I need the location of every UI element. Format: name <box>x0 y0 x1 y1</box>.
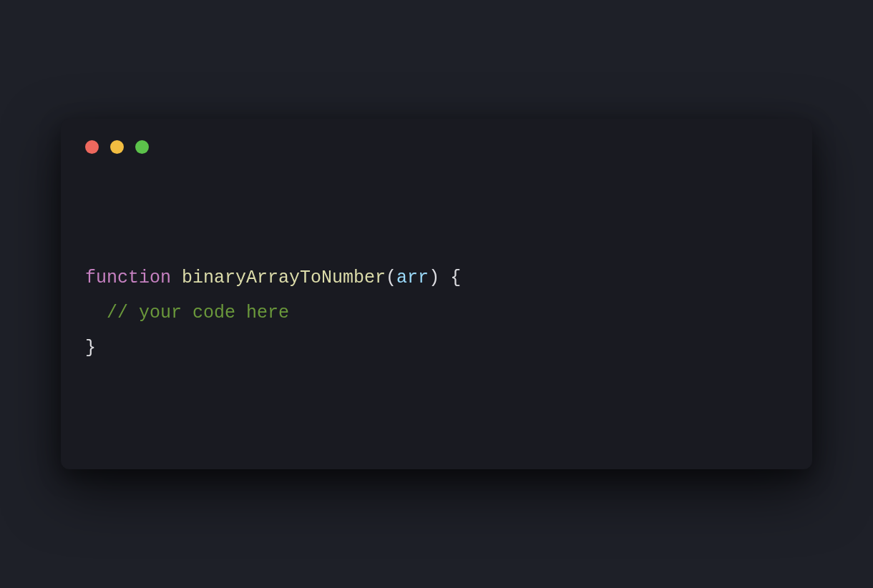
open-brace: { <box>450 268 461 288</box>
space <box>171 268 182 288</box>
open-paren: ( <box>386 268 396 288</box>
function-name: binaryArrayToNumber <box>182 268 386 288</box>
close-paren: ) <box>429 268 439 288</box>
comment: // your code here <box>107 303 289 323</box>
space <box>439 268 450 288</box>
maximize-icon[interactable] <box>135 140 149 154</box>
code-block[interactable]: function binaryArrayToNumber(arr) { // y… <box>85 261 788 366</box>
code-editor-window: function binaryArrayToNumber(arr) { // y… <box>61 119 812 469</box>
minimize-icon[interactable] <box>110 140 124 154</box>
close-brace: } <box>85 338 96 358</box>
window-controls <box>85 140 788 154</box>
keyword-function: function <box>85 268 171 288</box>
close-icon[interactable] <box>85 140 99 154</box>
indent <box>85 303 107 323</box>
parameter-name: arr <box>396 268 429 288</box>
